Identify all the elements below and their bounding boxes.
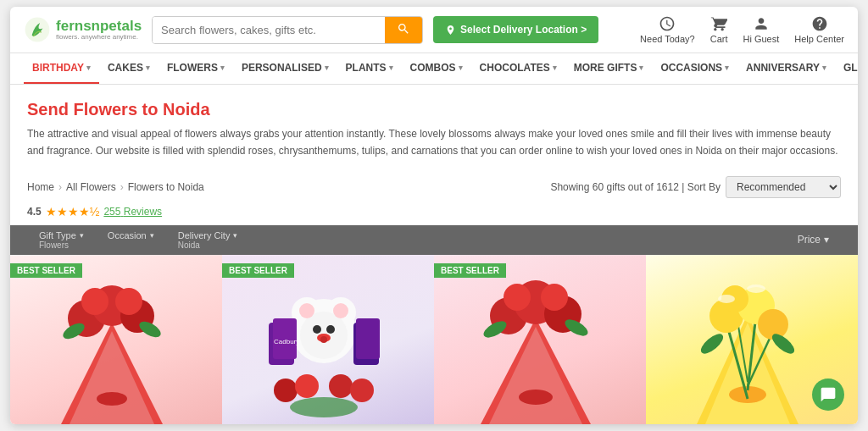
breadcrumb-current: Flowers to Noida bbox=[128, 181, 204, 193]
product-card[interactable]: BEST SELLER bbox=[434, 255, 646, 424]
chevron-down-icon: ▾ bbox=[233, 231, 237, 240]
nav-item-anniversary[interactable]: ANNIVERSARY ▾ bbox=[737, 53, 835, 84]
nav-item-flowers[interactable]: FLOWERS ▾ bbox=[159, 53, 233, 84]
best-seller-badge: BEST SELLER bbox=[10, 263, 82, 278]
product-card[interactable]: BEST SELLER bbox=[10, 255, 222, 424]
need-today-action[interactable]: Need Today? bbox=[640, 15, 695, 44]
product-card[interactable]: BEST SELLER bbox=[222, 255, 434, 424]
logo[interactable]: fernsnpetals flowers. anywhere anytime. bbox=[24, 16, 142, 43]
chat-icon bbox=[820, 386, 837, 403]
svg-point-16 bbox=[326, 325, 335, 334]
breadcrumb-home[interactable]: Home bbox=[27, 181, 54, 193]
chevron-down-icon: ▾ bbox=[86, 64, 91, 72]
products-grid: BEST SELLER bbox=[10, 255, 858, 424]
nav-item-plants[interactable]: PLANTS ▾ bbox=[337, 53, 402, 84]
best-seller-badge: BEST SELLER bbox=[434, 263, 506, 278]
svg-point-15 bbox=[313, 325, 321, 334]
chevron-down-icon: ▾ bbox=[220, 64, 225, 72]
flower-image bbox=[10, 255, 214, 424]
breadcrumb: Home › All Flowers › Flowers to Noida bbox=[27, 181, 204, 193]
svg-point-8 bbox=[115, 288, 142, 315]
svg-marker-32 bbox=[489, 327, 582, 424]
cart-action[interactable]: Cart bbox=[710, 15, 728, 44]
svg-point-18 bbox=[320, 336, 327, 343]
svg-point-52 bbox=[718, 295, 735, 303]
rating-score: 4.5 bbox=[27, 206, 42, 218]
nav-item-birthday[interactable]: BIRTHDAY ▾ bbox=[24, 53, 99, 84]
svg-point-54 bbox=[698, 330, 726, 356]
logo-brand: fernsnpetals bbox=[56, 19, 142, 33]
svg-point-27 bbox=[295, 374, 319, 398]
chevron-down-icon: ▾ bbox=[146, 64, 150, 72]
search-bar bbox=[152, 16, 423, 44]
svg-point-33 bbox=[519, 390, 553, 405]
svg-point-26 bbox=[274, 379, 298, 402]
chat-bubble[interactable] bbox=[812, 379, 844, 411]
filter-price[interactable]: Price ▾ bbox=[786, 225, 841, 255]
svg-text:Cadbury: Cadbury bbox=[274, 338, 299, 345]
svg-point-28 bbox=[329, 374, 353, 398]
rating-row: 4.5 ★★★★½ 255 Reviews bbox=[10, 203, 858, 225]
filter-delivery-city[interactable]: Delivery City ▾ Noida bbox=[166, 225, 250, 255]
chevron-down-icon: ▾ bbox=[459, 64, 463, 72]
nav-item-global[interactable]: GLOBAL ▾ bbox=[835, 53, 858, 84]
nav-item-combos[interactable]: COMBOS ▾ bbox=[402, 53, 471, 84]
guest-action[interactable]: Hi Guest bbox=[743, 15, 780, 44]
breadcrumb-all-flowers[interactable]: All Flowers bbox=[66, 181, 116, 193]
hero-description: The attractive and visual appeal of flow… bbox=[27, 126, 841, 158]
nav-item-occasions[interactable]: OCCASIONS ▾ bbox=[652, 53, 737, 84]
sort-select[interactable]: Recommended Price: Low to High Price: Hi… bbox=[726, 176, 841, 198]
svg-marker-2 bbox=[70, 331, 154, 424]
guest-label: Hi Guest bbox=[743, 34, 780, 44]
sort-row: Showing 60 gifts out of 1612 | Sort By R… bbox=[550, 176, 841, 198]
chevron-down-icon: ▾ bbox=[389, 64, 393, 72]
nav: BIRTHDAY ▾ CAKES ▾ FLOWERS ▾ PERSONALISE… bbox=[10, 53, 858, 85]
help-label: Help Center bbox=[794, 34, 844, 44]
flower-image-2 bbox=[434, 255, 637, 424]
sort-label: Showing 60 gifts out of 1612 | Sort By bbox=[550, 181, 721, 193]
svg-point-29 bbox=[350, 379, 374, 402]
nav-item-cakes[interactable]: CAKES ▾ bbox=[99, 53, 159, 84]
chevron-down-icon: ▾ bbox=[725, 64, 729, 72]
chevron-down-icon: ▾ bbox=[824, 234, 829, 246]
svg-point-37 bbox=[504, 284, 531, 311]
chevron-down-icon: ▾ bbox=[822, 64, 826, 72]
filter-occasion[interactable]: Occasion ▾ bbox=[96, 225, 166, 255]
svg-point-19 bbox=[299, 303, 314, 318]
chevron-down-icon: ▾ bbox=[639, 64, 643, 72]
delivery-location-button[interactable]: Select Delivery Location > bbox=[433, 16, 598, 43]
search-button[interactable] bbox=[385, 17, 422, 43]
svg-point-20 bbox=[333, 303, 348, 318]
best-seller-badge: BEST SELLER bbox=[222, 263, 294, 278]
search-input[interactable] bbox=[153, 17, 385, 43]
breadcrumb-sort-row: Home › All Flowers › Flowers to Noida Sh… bbox=[10, 168, 858, 203]
svg-point-53 bbox=[747, 285, 765, 293]
svg-point-7 bbox=[81, 288, 108, 315]
nav-item-more-gifts[interactable]: MORE GIFTS ▾ bbox=[565, 53, 653, 84]
filter-gift-type[interactable]: Gift Type ▾ Flowers bbox=[27, 225, 96, 255]
chevron-down-icon: ▾ bbox=[325, 64, 329, 72]
hero-section: Send Flowers to Noida The attractive and… bbox=[10, 85, 858, 167]
chevron-down-icon: ▾ bbox=[553, 64, 557, 72]
logo-icon bbox=[24, 16, 51, 43]
reviews-link[interactable]: 255 Reviews bbox=[103, 206, 162, 218]
logo-tagline: flowers. anywhere anytime. bbox=[56, 33, 142, 41]
chevron-down-icon: ▾ bbox=[150, 231, 154, 240]
cart-label: Cart bbox=[710, 34, 728, 44]
help-action[interactable]: Help Center bbox=[794, 15, 844, 44]
svg-point-3 bbox=[97, 392, 127, 406]
need-today-label: Need Today? bbox=[640, 34, 695, 44]
nav-item-chocolates[interactable]: CHOCOLATES ▾ bbox=[471, 53, 565, 84]
svg-rect-25 bbox=[356, 318, 380, 359]
svg-point-30 bbox=[290, 397, 358, 417]
page-title: Send Flowers to Noida bbox=[27, 100, 841, 119]
combo-image: Cadbury bbox=[222, 255, 426, 424]
header-actions: Need Today? Cart Hi Guest Help Center bbox=[640, 15, 844, 44]
stars: ★★★★½ bbox=[46, 205, 100, 218]
filter-bar: Gift Type ▾ Flowers Occasion ▾ Delivery … bbox=[10, 225, 858, 255]
svg-point-38 bbox=[541, 284, 568, 311]
nav-item-personalised[interactable]: PERSONALISED ▾ bbox=[233, 53, 337, 84]
chevron-down-icon: ▾ bbox=[80, 231, 84, 240]
